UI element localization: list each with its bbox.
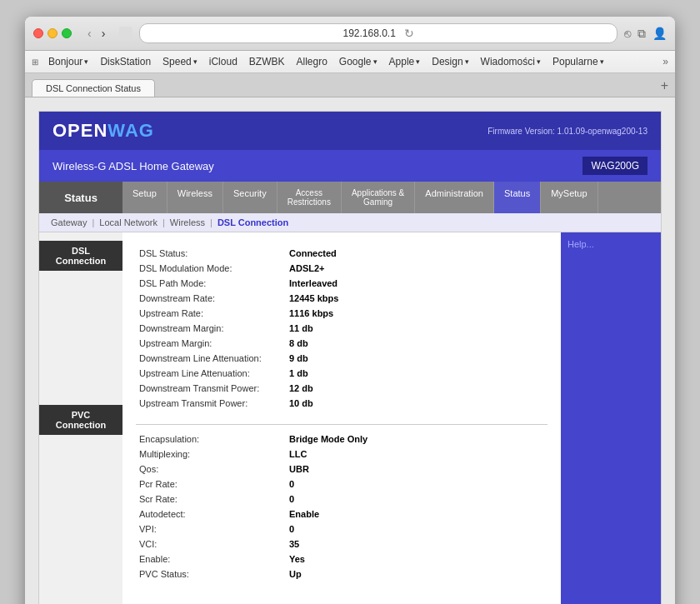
table-row: PVC Status: Up (136, 567, 548, 582)
router-tabs: Setup Wireless Security AccessRestrictio… (122, 182, 661, 213)
router-banner: Wireless-G ADSL Home Gateway WAG200G (39, 150, 661, 182)
field-value: 1 db (286, 366, 548, 381)
field-label: Upstream Rate: (136, 306, 286, 321)
title-bar: ‹ › 192.168.0.1 ↻ ⎋ ⧉ 👤 (25, 17, 675, 51)
table-row: Upstream Line Attenuation: 1 db (136, 366, 548, 381)
field-value: 10 db (286, 396, 548, 411)
table-row: Upstream Margin: 8 db (136, 336, 548, 351)
pvc-connection-table: Encapsulation: Bridge Mode Only Multiple… (136, 432, 548, 582)
table-row: Downstream Rate: 12445 kbps (136, 291, 548, 306)
tab-security[interactable]: Security (223, 182, 278, 213)
subnav-wireless[interactable]: Wireless (167, 217, 208, 228)
field-label: VPI: (136, 522, 286, 537)
tab-status[interactable]: Status (494, 182, 541, 213)
field-label: Downstream Transmit Power: (136, 381, 286, 396)
bookmark-speed[interactable]: Speed ▾ (158, 54, 202, 69)
table-row: Enable: Yes (136, 552, 548, 567)
section-separator (136, 424, 548, 425)
field-label: DSL Modulation Mode: (136, 261, 286, 276)
active-tab[interactable]: DSL Connection Status (32, 79, 155, 97)
table-row: Scr Rate: 0 (136, 492, 548, 507)
sidebar-dsl-connection: DSL Connection (39, 241, 122, 271)
tab-access-restrictions[interactable]: AccessRestrictions (278, 182, 342, 213)
bookmark-wiadomosci[interactable]: Wiadomości ▾ (476, 54, 546, 69)
grid-icon[interactable]: ⊞ (32, 57, 38, 67)
bookmark-google-label: Google (339, 56, 372, 67)
bookmark-design-label: Design (432, 56, 462, 67)
help-text: Help... (568, 239, 594, 249)
field-value: LLC (286, 447, 548, 462)
router-logo: OPENWAG (52, 120, 154, 142)
toolbar-right: ⎋ ⧉ 👤 (624, 27, 667, 41)
maximize-button[interactable] (62, 28, 72, 38)
bookmark-allegro-label: Allegro (296, 56, 327, 67)
back-button[interactable]: ‹ (83, 25, 96, 42)
bookmark-wiadomosci-label: Wiadomości (481, 56, 535, 67)
bookmark-apple[interactable]: Apple ▾ (384, 54, 426, 69)
router-sidebar: DSL Connection PVC Connection (39, 232, 122, 604)
field-value: Yes (286, 552, 548, 567)
tab-icon (119, 27, 132, 40)
minimize-button[interactable] (48, 28, 58, 38)
tab-setup[interactable]: Setup (122, 182, 168, 213)
table-row: Multiplexing: LLC (136, 447, 548, 462)
tab-bar: DSL Connection Status + (25, 73, 675, 97)
field-value: 1116 kbps (286, 306, 548, 321)
field-label: DSL Path Mode: (136, 276, 286, 291)
router-nav: Status Setup Wireless Security AccessRes… (39, 182, 661, 213)
field-label: Upstream Transmit Power: (136, 396, 286, 411)
share-icon[interactable]: ⎋ (624, 27, 631, 40)
table-row: Downstream Line Attenuation: 9 db (136, 351, 548, 366)
table-row: Upstream Rate: 1116 kbps (136, 306, 548, 321)
bookmark-design[interactable]: Design ▾ (427, 54, 473, 69)
field-value: 12 db (286, 381, 548, 396)
page-content: OPENWAG Firmware Version: 1.01.09-openwa… (25, 97, 675, 604)
bookmark-google[interactable]: Google ▾ (334, 54, 382, 69)
address-bar-container: 192.168.0.1 ↻ (139, 23, 618, 43)
forward-button[interactable]: › (98, 25, 110, 42)
tab-applications-gaming[interactable]: Applications &Gaming (342, 182, 415, 213)
table-row: DSL Modulation Mode: ADSL2+ (136, 261, 548, 276)
subnav-local-network[interactable]: Local Network (96, 217, 161, 228)
field-value: Bridge Mode Only (286, 432, 548, 447)
bookmarks-more[interactable]: » (662, 56, 668, 67)
reload-button[interactable]: ↻ (404, 27, 414, 40)
router-subnav: Gateway | Local Network | Wireless | DSL… (39, 213, 661, 232)
tab-wireless[interactable]: Wireless (168, 182, 223, 213)
address-bar[interactable]: 192.168.0.1 ↻ (139, 23, 618, 43)
bookmark-icloud-label: iCloud (209, 56, 238, 67)
field-value: ADSL2+ (286, 261, 548, 276)
subnav-gateway[interactable]: Gateway (48, 217, 90, 228)
field-label: VCI: (136, 537, 286, 552)
subnav-sep-3: | (208, 217, 214, 228)
field-label: Upstream Line Attenuation: (136, 366, 286, 381)
dsl-connection-table: DSL Status: Connected DSL Modulation Mod… (136, 246, 548, 411)
tab-administration[interactable]: Administration (415, 182, 494, 213)
field-value: 8 db (286, 336, 548, 351)
field-value: 11 db (286, 321, 548, 336)
field-label: Encapsulation: (136, 432, 286, 447)
bookmark-diskstation-label: DiskStation (100, 56, 151, 67)
new-tab-button[interactable]: + (661, 78, 668, 97)
bookmark-allegro[interactable]: Allegro (291, 54, 332, 69)
duplicate-icon[interactable]: ⧉ (638, 27, 646, 41)
bookmark-icloud[interactable]: iCloud (204, 54, 242, 69)
tab-mysetup[interactable]: MySetup (541, 182, 598, 213)
bookmark-bzwbk[interactable]: BZWBK (244, 54, 290, 69)
logo-prefix: OPEN (52, 120, 108, 141)
subnav-dsl-connection[interactable]: DSL Connection (214, 217, 292, 228)
bookmark-apple-label: Apple (389, 56, 415, 67)
sidebar-pvc-connection: PVC Connection (39, 405, 122, 435)
bookmark-popularne[interactable]: Popularne ▾ (548, 54, 609, 69)
firmware-version: Firmware Version: 1.01.09-openwag200-13 (488, 127, 648, 136)
table-row: Pcr Rate: 0 (136, 477, 548, 492)
bookmark-diskstation[interactable]: DiskStation (95, 54, 156, 69)
field-label: Downstream Line Attenuation: (136, 351, 286, 366)
field-label: PVC Status: (136, 567, 286, 582)
profile-icon[interactable]: 👤 (652, 27, 667, 40)
field-label: Downstream Rate: (136, 291, 286, 306)
router-status-label: Status (39, 185, 122, 211)
field-value: UBR (286, 462, 548, 477)
close-button[interactable] (33, 28, 43, 38)
bookmark-bonjour[interactable]: Bonjour ▾ (43, 54, 93, 69)
